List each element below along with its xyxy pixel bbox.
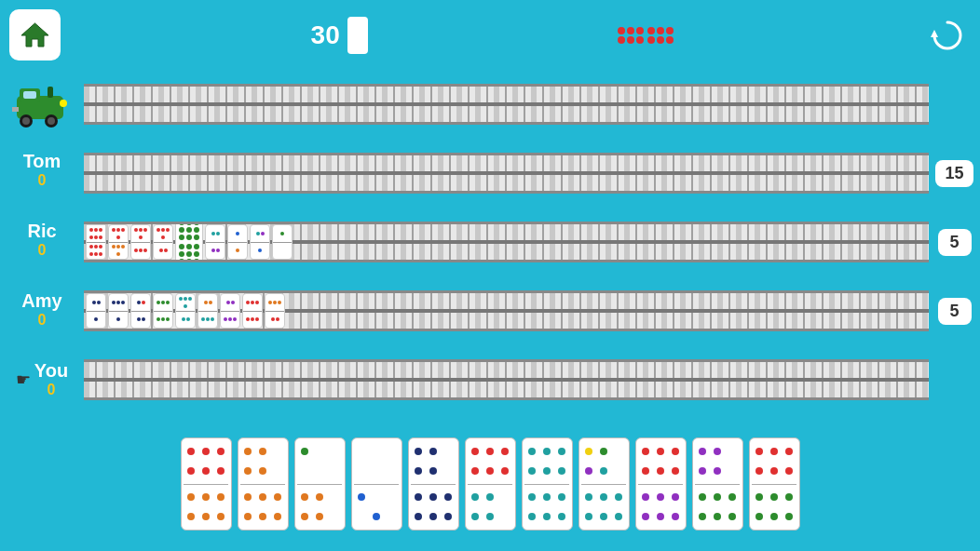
sidebar: Tom 0 Ric 0 Amy 0 ☛ You 0 <box>0 70 84 414</box>
svg-point-10 <box>60 100 67 107</box>
train-label <box>0 70 84 135</box>
svg-rect-11 <box>12 107 19 112</box>
game-container: 30 <box>0 0 980 551</box>
hand-tile-4[interactable] <box>351 437 402 531</box>
svg-point-9 <box>48 117 55 125</box>
ric-domino-7 <box>250 224 270 260</box>
you-score-badge-empty <box>929 345 980 414</box>
ric-domino-4 <box>153 224 173 260</box>
ric-domino-6 <box>227 224 248 260</box>
train-score-badge-empty <box>929 70 980 139</box>
hand-tile-2[interactable] <box>238 437 289 531</box>
you-name: You <box>34 360 68 382</box>
amy-d6 <box>197 293 218 329</box>
amy-d9 <box>265 293 285 329</box>
amy-d8 <box>242 293 263 329</box>
scores-right: 15 5 5 <box>929 70 980 414</box>
home-button[interactable] <box>9 9 61 60</box>
hand-tile-7[interactable] <box>522 437 573 531</box>
play-area: Tom 0 Ric 0 Amy 0 ☛ You 0 <box>0 70 980 414</box>
amy-score-badge: 5 <box>929 276 980 345</box>
hand-tile-9[interactable] <box>635 437 687 531</box>
svg-rect-4 <box>23 91 36 99</box>
train-icon <box>12 77 73 128</box>
you-score: 0 <box>48 382 56 398</box>
amy-d2 <box>108 293 129 329</box>
tom-track <box>84 153 929 194</box>
score-display: 30 <box>311 20 340 50</box>
tom-label: Tom 0 <box>0 135 84 205</box>
center-dots-display <box>618 27 674 44</box>
score-tile <box>347 17 368 54</box>
ric-track-row <box>84 208 929 276</box>
tom-name: Tom <box>23 151 61 172</box>
tom-track-row <box>84 139 929 208</box>
amy-name: Amy <box>21 290 61 312</box>
train-track <box>84 84 929 125</box>
you-track <box>84 359 929 400</box>
ric-domino-big <box>175 222 203 262</box>
svg-marker-0 <box>21 23 48 47</box>
amy-domino-row <box>86 293 285 329</box>
ric-domino-3 <box>130 224 151 260</box>
tom-score-badge: 15 <box>929 139 980 208</box>
amy-score: 0 <box>38 312 47 329</box>
hand-tile-10[interactable] <box>692 437 743 531</box>
ric-domino-row <box>86 222 293 262</box>
ric-domino-8 <box>272 224 293 260</box>
tom-score: 0 <box>38 172 47 189</box>
tracks-area <box>84 70 929 414</box>
score-area: 30 <box>311 17 368 54</box>
amy-d1 <box>86 293 106 329</box>
ric-label: Ric 0 <box>0 205 84 275</box>
amy-d7 <box>220 293 240 329</box>
ric-domino-2 <box>108 224 129 260</box>
ric-domino-5 <box>205 224 225 260</box>
refresh-button[interactable] <box>924 12 971 59</box>
top-bar: 30 <box>0 0 980 70</box>
you-track-row <box>84 345 929 414</box>
svg-marker-1 <box>931 30 938 37</box>
ric-score-badge: 5 <box>929 208 980 276</box>
ric-score: 0 <box>38 242 47 259</box>
amy-d3 <box>130 293 151 329</box>
amy-track-row <box>84 276 929 345</box>
train-track-row <box>84 70 929 139</box>
svg-rect-5 <box>48 87 53 98</box>
ric-score-box: 5 <box>938 229 972 256</box>
tom-score-box: 15 <box>935 160 973 187</box>
hand-tile-3[interactable] <box>294 437 346 531</box>
hand-area <box>0 414 980 551</box>
amy-d5 <box>175 293 196 329</box>
hand-tile-5[interactable] <box>408 437 459 531</box>
current-player-arrow: ☛ <box>16 370 31 390</box>
you-label: ☛ You 0 <box>0 344 84 414</box>
hand-tile-8[interactable] <box>578 437 630 531</box>
refresh-icon <box>929 17 966 54</box>
hand-tile-1[interactable] <box>181 437 232 531</box>
amy-d4 <box>153 293 173 329</box>
hand-tile-11[interactable] <box>749 437 800 531</box>
ric-domino-1 <box>86 224 106 260</box>
hand-tile-6[interactable] <box>465 437 516 531</box>
ric-name: Ric <box>27 221 56 242</box>
amy-track <box>84 290 929 331</box>
ric-track <box>84 222 929 262</box>
home-icon <box>19 19 51 51</box>
amy-label: Amy 0 <box>0 275 84 344</box>
svg-point-7 <box>22 117 30 125</box>
amy-score-box: 5 <box>938 298 972 325</box>
